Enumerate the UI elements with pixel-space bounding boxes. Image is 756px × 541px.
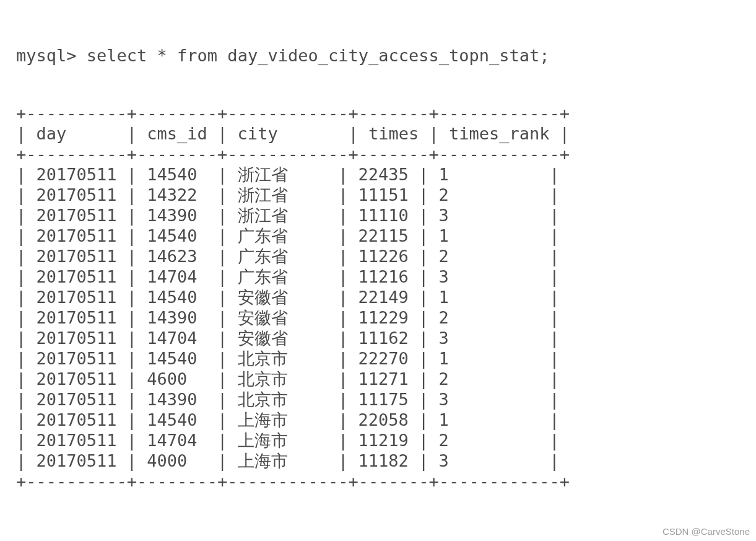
table-row: | 20170511 | 14540 | 安徽省 | 22149 | 1 | — [16, 289, 570, 306]
table-row: | 20170511 | 14540 | 浙江省 | 22435 | 1 | — [16, 166, 570, 183]
table-row: | 20170511 | 14704 | 广东省 | 11216 | 3 | — [16, 268, 570, 285]
table-row: | 20170511 | 4000 | 上海市 | 11182 | 3 | — [16, 452, 570, 469]
table-row: | 20170511 | 14704 | 安徽省 | 11162 | 3 | — [16, 330, 570, 346]
table-row: | 20170511 | 14390 | 安徽省 | 11229 | 2 | — [16, 309, 570, 326]
table-header-row: | day | cms_id | city | times | times_ra… — [16, 125, 570, 142]
table-row: | 20170511 | 14623 | 广东省 | 11226 | 2 | — [16, 248, 570, 265]
mysql-table: +----------+--------+------------+------… — [16, 105, 570, 490]
table-border-top: +----------+--------+------------+------… — [16, 105, 570, 121]
mysql-query-text: select * from day_video_city_access_topn… — [87, 46, 550, 65]
table-row: | 20170511 | 4600 | 北京市 | 11271 | 2 | — [16, 371, 570, 387]
table-row: | 20170511 | 14322 | 浙江省 | 11151 | 2 | — [16, 187, 570, 203]
table-border-mid: +----------+--------+------------+------… — [16, 146, 570, 162]
watermark-text: CSDN @CarveStone — [663, 527, 750, 536]
mysql-terminal-output: mysql> select * from day_video_city_acce… — [16, 14, 570, 510]
table-row: | 20170511 | 14540 | 北京市 | 22270 | 1 | — [16, 350, 570, 367]
table-row: | 20170511 | 14390 | 浙江省 | 11110 | 3 | — [16, 207, 570, 224]
table-row: | 20170511 | 14540 | 上海市 | 22058 | 1 | — [16, 411, 570, 428]
mysql-query-line: mysql> select * from day_video_city_acce… — [16, 47, 570, 64]
table-row: | 20170511 | 14390 | 北京市 | 11175 | 3 | — [16, 391, 570, 408]
table-border-bottom: +----------+--------+------------+------… — [16, 473, 570, 490]
table-row: | 20170511 | 14704 | 上海市 | 11219 | 2 | — [16, 432, 570, 449]
table-row: | 20170511 | 14540 | 广东省 | 22115 | 1 | — [16, 227, 570, 244]
mysql-prompt: mysql> — [16, 46, 87, 65]
